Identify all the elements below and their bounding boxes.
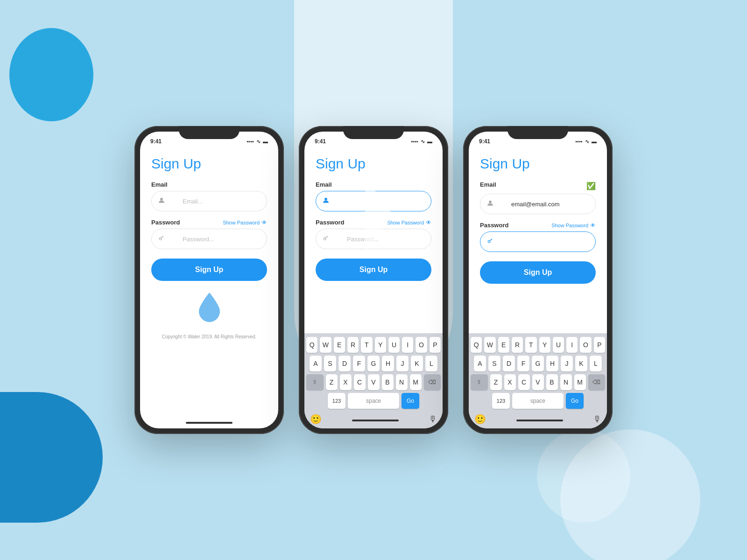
key-w-3[interactable]: W bbox=[484, 337, 495, 353]
password-input-3[interactable] bbox=[480, 231, 596, 252]
show-password-3[interactable]: Show Password 👁 bbox=[551, 222, 596, 229]
key-o[interactable]: O bbox=[416, 337, 427, 353]
key-r-3[interactable]: R bbox=[512, 337, 523, 353]
key-delete-3[interactable]: ⌫ bbox=[588, 374, 606, 390]
battery-icon-3: ▬ bbox=[592, 139, 597, 144]
key-m[interactable]: M bbox=[410, 374, 422, 390]
key-j[interactable]: J bbox=[396, 356, 409, 371]
home-bar-2 bbox=[352, 420, 399, 421]
key-go[interactable]: Go bbox=[402, 393, 419, 409]
key-a-3[interactable]: A bbox=[474, 356, 486, 371]
svg-point-6 bbox=[488, 240, 490, 243]
key-t-3[interactable]: T bbox=[525, 337, 536, 353]
key-n[interactable]: N bbox=[396, 374, 408, 390]
key-h-3[interactable]: H bbox=[546, 356, 558, 371]
signal-icon-3: ▪▪▪▪ bbox=[575, 139, 583, 144]
key-a[interactable]: A bbox=[310, 356, 322, 371]
key-o-3[interactable]: O bbox=[580, 337, 591, 353]
key-b-3[interactable]: B bbox=[546, 374, 558, 390]
eye-icon-1: 👁 bbox=[261, 219, 267, 226]
password-label-row-3: Password Show Password 👁 bbox=[480, 222, 596, 229]
bg-shape-br2 bbox=[537, 429, 630, 523]
key-space[interactable]: space bbox=[348, 393, 399, 409]
status-time-3: 9:41 bbox=[479, 138, 490, 145]
key-icon-3 bbox=[487, 238, 493, 246]
key-r[interactable]: R bbox=[347, 337, 359, 353]
key-go-3[interactable]: Go bbox=[566, 393, 584, 409]
key-d-3[interactable]: D bbox=[503, 356, 515, 371]
key-j-3[interactable]: J bbox=[561, 356, 573, 371]
svg-point-1 bbox=[160, 198, 163, 201]
key-123-3[interactable]: 123 bbox=[492, 393, 510, 409]
key-l-3[interactable]: L bbox=[590, 356, 602, 371]
key-z-3[interactable]: Z bbox=[490, 374, 502, 390]
key-s-3[interactable]: S bbox=[488, 356, 500, 371]
key-q[interactable]: Q bbox=[306, 337, 317, 353]
mic-icon-3[interactable]: 🎙 bbox=[593, 414, 601, 424]
key-p[interactable]: P bbox=[430, 337, 441, 353]
key-m-3[interactable]: M bbox=[574, 374, 586, 390]
kb-row-3-1: Q W E R T Y U I O P bbox=[471, 337, 605, 353]
key-v-3[interactable]: V bbox=[532, 374, 544, 390]
key-d[interactable]: D bbox=[338, 356, 351, 371]
svg-point-3 bbox=[324, 198, 327, 201]
keyboard-2: Q W E R T Y U I O P A S D F G H bbox=[304, 333, 443, 428]
key-t[interactable]: T bbox=[361, 337, 372, 353]
emoji-icon-3[interactable]: 🙂 bbox=[474, 413, 486, 425]
phone-1: 9:41 ▪▪▪▪ ∿ ▬ Sign Up Email Email... bbox=[134, 126, 284, 434]
key-shift-3[interactable]: ⇧ bbox=[471, 374, 488, 390]
key-e-3[interactable]: E bbox=[498, 337, 509, 353]
mic-icon-2[interactable]: 🎙 bbox=[429, 414, 437, 424]
key-u[interactable]: U bbox=[388, 337, 400, 353]
key-123[interactable]: 123 bbox=[328, 393, 345, 409]
signup-button-1[interactable]: Sign Up bbox=[151, 259, 267, 281]
key-y[interactable]: Y bbox=[375, 337, 386, 353]
water-drop-icon-1 bbox=[197, 290, 222, 329]
key-z[interactable]: Z bbox=[326, 374, 338, 390]
eye-icon-2: 👁 bbox=[426, 219, 431, 226]
show-password-1[interactable]: Show Password 👁 bbox=[223, 219, 267, 226]
key-g-3[interactable]: G bbox=[532, 356, 544, 371]
key-c[interactable]: C bbox=[354, 374, 366, 390]
show-password-text-3: Show Password bbox=[551, 223, 588, 228]
screen-1: 9:41 ▪▪▪▪ ∿ ▬ Sign Up Email Email... bbox=[140, 132, 278, 428]
key-delete[interactable]: ⌫ bbox=[424, 374, 441, 390]
key-h[interactable]: H bbox=[382, 356, 394, 371]
email-value-3: email@email.com bbox=[511, 201, 560, 208]
key-p-3[interactable]: P bbox=[594, 337, 605, 353]
key-shift[interactable]: ⇧ bbox=[306, 374, 324, 390]
key-w[interactable]: W bbox=[320, 337, 331, 353]
password-placeholder-1: Password... bbox=[183, 236, 214, 243]
key-b[interactable]: B bbox=[382, 374, 394, 390]
signup-button-2[interactable]: Sign Up bbox=[316, 259, 431, 281]
key-k-3[interactable]: K bbox=[575, 356, 587, 371]
key-u-3[interactable]: U bbox=[553, 337, 564, 353]
email-input-1[interactable]: Email... bbox=[151, 191, 267, 211]
key-x[interactable]: X bbox=[340, 374, 352, 390]
key-i-3[interactable]: I bbox=[566, 337, 578, 353]
emoji-icon-2[interactable]: 🙂 bbox=[310, 413, 322, 425]
key-e[interactable]: E bbox=[334, 337, 345, 353]
key-l[interactable]: L bbox=[425, 356, 437, 371]
screen-3: 9:41 ▪▪▪▪ ∿ ▬ Sign Up Email ✅ bbox=[469, 132, 607, 428]
signup-button-3[interactable]: Sign Up bbox=[480, 261, 596, 284]
key-q-3[interactable]: Q bbox=[471, 337, 482, 353]
email-input-3[interactable]: email@email.com bbox=[480, 194, 596, 214]
key-f[interactable]: F bbox=[353, 356, 365, 371]
key-space-3[interactable]: space bbox=[512, 393, 564, 409]
key-n-3[interactable]: N bbox=[560, 374, 572, 390]
key-y-3[interactable]: Y bbox=[539, 337, 550, 353]
key-c-3[interactable]: C bbox=[518, 374, 530, 390]
bg-shape-tl bbox=[9, 28, 93, 121]
key-v[interactable]: V bbox=[368, 374, 380, 390]
password-input-1[interactable]: Password... bbox=[151, 229, 267, 249]
key-x-3[interactable]: X bbox=[504, 374, 516, 390]
key-s[interactable]: S bbox=[324, 356, 336, 371]
key-f-3[interactable]: F bbox=[517, 356, 529, 371]
kb-row-3-4: 123 space Go bbox=[471, 393, 605, 409]
key-k[interactable]: K bbox=[411, 356, 423, 371]
key-i[interactable]: I bbox=[402, 337, 413, 353]
key-g[interactable]: G bbox=[367, 356, 380, 371]
email-label-1: Email bbox=[151, 181, 267, 188]
user-icon-3 bbox=[487, 200, 493, 208]
